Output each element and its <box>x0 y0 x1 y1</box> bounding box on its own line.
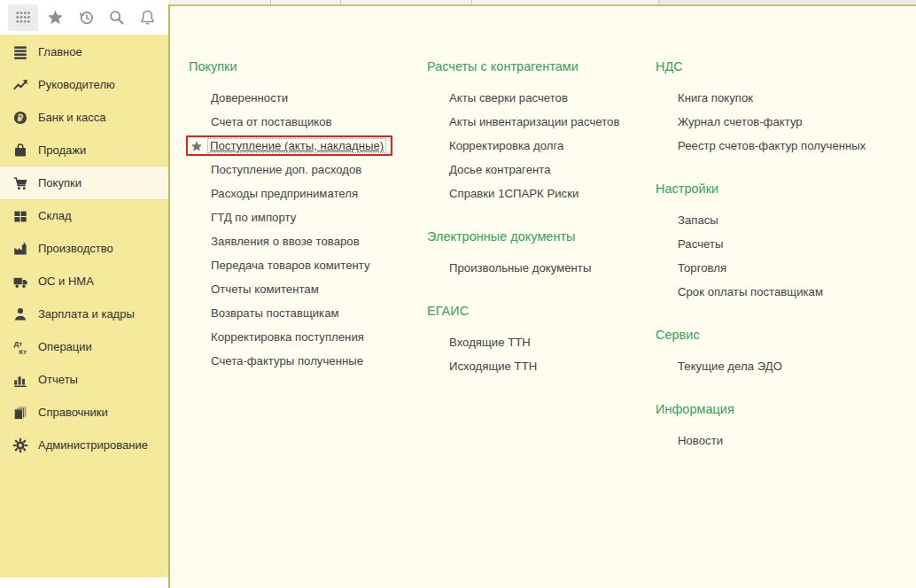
menu-link[interactable]: Произвольные документы <box>449 261 591 275</box>
menu-link[interactable]: Исходящие ТТН <box>449 360 537 373</box>
sidebar-item-label: Справочники <box>38 406 108 419</box>
menu-link[interactable]: Запасы <box>678 213 718 227</box>
sidebar-item-label: Руководителю <box>38 78 115 91</box>
menu-item-row: Поступление доп. расходов <box>211 158 424 182</box>
sidebar-item-label: Отчеты <box>38 373 78 386</box>
menu-link[interactable]: Акты сверки расчетов <box>449 91 568 104</box>
menu-link[interactable]: ГТД по импорту <box>211 211 296 224</box>
menu-link[interactable]: Заявления о ввозе товаров <box>211 235 360 248</box>
menu-link[interactable]: Расходы предпринимателя <box>211 187 358 200</box>
section-title: Расчеты с контрагентами <box>427 58 654 75</box>
sidebar-item-proizvodstvo[interactable]: Производство <box>0 232 168 265</box>
sidebar-item-label: Продажи <box>38 143 86 157</box>
menu-item-row: ГТД по импорту <box>211 205 424 229</box>
menu-link[interactable]: Счета-фактуры полученные <box>211 354 363 368</box>
menu-item-row: Передача товаров комитенту <box>211 253 424 277</box>
menu-item-row: Журнал счетов-фактур <box>678 110 916 134</box>
menu-section: ИнформацияНовости <box>656 400 916 453</box>
menu-link[interactable]: Текущие дела ЭДО <box>678 360 782 373</box>
sidebar-item-bank-i-kassa[interactable]: ₽Банк и касса <box>0 101 168 134</box>
menu-item-row: Расчеты <box>678 232 916 256</box>
menu-item-row: Доверенности <box>211 86 424 110</box>
menu-link[interactable]: Отчеты комитентам <box>211 282 319 296</box>
menu-link[interactable]: Корректировка поступления <box>211 330 364 344</box>
menu-link[interactable]: Передача товаров комитенту <box>211 259 370 272</box>
toolbar-button-apps-grid[interactable] <box>8 4 38 31</box>
menu-link[interactable]: Поступление доп. расходов <box>211 163 361 176</box>
menu-item-row: Новости <box>678 429 916 453</box>
toolbar-button-search[interactable] <box>104 4 130 31</box>
ruble-coin-icon: ₽ <box>12 109 29 127</box>
menu-item-row: Книга покупок <box>678 86 916 110</box>
menu-link[interactable]: Торговля <box>678 261 726 275</box>
menu-link[interactable]: Входящие ТТН <box>449 336 531 349</box>
menu-link[interactable]: Возвраты поставщикам <box>211 306 339 320</box>
menu-link[interactable]: Журнал счетов-фактур <box>678 115 803 128</box>
menu-item-row: Счета-фактуры полученные <box>211 349 424 373</box>
search-icon <box>108 9 125 26</box>
menu-item-row: Возвраты поставщикам <box>211 301 424 325</box>
sidebar-item-label: Администрирование <box>38 438 148 452</box>
menu-section: НДСКнига покупокЖурнал счетов-фактурРеес… <box>656 58 916 158</box>
menu-link[interactable]: Доверенности <box>211 91 288 104</box>
section-title: Сервис <box>656 326 916 344</box>
panel-column-2: Расчеты с контрагентамиАкты сверки расче… <box>427 58 654 378</box>
menu-link[interactable]: Книга покупок <box>678 91 753 104</box>
person-icon <box>12 306 29 323</box>
menu-item-row: Акты инвентаризации расчетов <box>449 110 654 134</box>
sidebar-item-otchety[interactable]: Отчеты <box>0 363 168 396</box>
menu-link[interactable]: Поступление (акты, накладные) <box>207 138 386 153</box>
dt-kt-icon: ДтКт <box>12 338 29 356</box>
menu-section: Электронные документыПроизвольные докуме… <box>427 228 654 280</box>
menu-link[interactable]: Счета от поставщиков <box>211 115 332 128</box>
sidebar-item-spravochniki[interactable]: Справочники <box>0 396 168 429</box>
sidebar-item-rukovoditelyu[interactable]: Руководителю <box>0 68 168 101</box>
menu-link[interactable]: Новости <box>678 434 723 447</box>
factory-icon <box>12 240 29 258</box>
toolbar-button-history-clock[interactable] <box>73 4 99 31</box>
sidebar-item-zarplata-i-kadry[interactable]: Зарплата и кадры <box>0 298 168 330</box>
sidebar-item-glavnoe[interactable]: Главное <box>0 35 168 68</box>
menu-item-row: Текущие дела ЭДО <box>678 354 916 378</box>
sections-sidebar: ГлавноеРуководителю₽Банк и кассаПродажиП… <box>0 35 168 577</box>
menu-item-row: Корректировка долга <box>449 134 654 158</box>
sidebar-item-operacii[interactable]: ДтКтОперации <box>0 330 168 363</box>
sidebar-item-prodazhi[interactable]: Продажи <box>0 134 168 166</box>
section-title: ЕГАИС <box>427 302 654 320</box>
menu-link[interactable]: Расчеты <box>678 237 723 251</box>
bar-chart-icon <box>12 371 29 389</box>
sidebar-item-label: Склад <box>38 209 72 222</box>
menu-link[interactable]: Корректировка долга <box>449 139 563 152</box>
menu-link[interactable]: Справки 1СПАРК Риски <box>449 187 578 200</box>
menu-link[interactable]: Срок оплаты поставщикам <box>678 285 823 298</box>
app-window: ГлавноеРуководителю₽Банк и кассаПродажиП… <box>0 0 916 588</box>
bag-icon <box>12 142 29 159</box>
star-small-icon <box>190 140 203 152</box>
toolbar-button-notifications-bell[interactable] <box>134 4 160 31</box>
books-icon <box>12 404 29 422</box>
history-clock-icon <box>78 9 95 26</box>
sidebar-item-sklad[interactable]: Склад <box>0 199 168 232</box>
sidebar-item-os-i-nma[interactable]: ОС и НМА <box>0 265 168 298</box>
toolbar-button-favorites-star[interactable] <box>43 4 69 31</box>
sidebar-item-administrirovanie[interactable]: Администрирование <box>0 429 168 461</box>
menu-section: ПокупкиДоверенностиСчета от поставщиковП… <box>189 58 424 373</box>
panel-column-3: НДСКнига покупокЖурнал счетов-фактурРеес… <box>656 58 916 453</box>
sidebar-item-label: Банк и касса <box>38 111 106 124</box>
sidebar-footer <box>0 577 168 588</box>
menu-item-row: Счета от поставщиков <box>211 110 424 134</box>
menu-link[interactable]: Реестр счетов-фактур полученных <box>678 139 866 152</box>
menu-item-row: Корректировка поступления <box>211 325 424 349</box>
menu-item-row: Произвольные документы <box>449 256 654 280</box>
panel-column-1: ПокупкиДоверенностиСчета от поставщиковП… <box>189 58 424 373</box>
quick-access-toolbar <box>0 0 168 35</box>
pallet-icon <box>12 207 29 225</box>
menu-section: СервисТекущие дела ЭДО <box>656 326 916 378</box>
sidebar-item-pokupki[interactable]: Покупки <box>0 166 168 199</box>
menu-link[interactable]: Досье контрагента <box>449 163 550 176</box>
sidebar-item-label: Главное <box>38 45 82 58</box>
menu-item-row: Расходы предпринимателя <box>211 182 424 205</box>
menu-item-row: Акты сверки расчетов <box>449 86 654 110</box>
menu-item-row: Исходящие ТТН <box>449 354 654 378</box>
menu-link[interactable]: Акты инвентаризации расчетов <box>449 115 619 128</box>
